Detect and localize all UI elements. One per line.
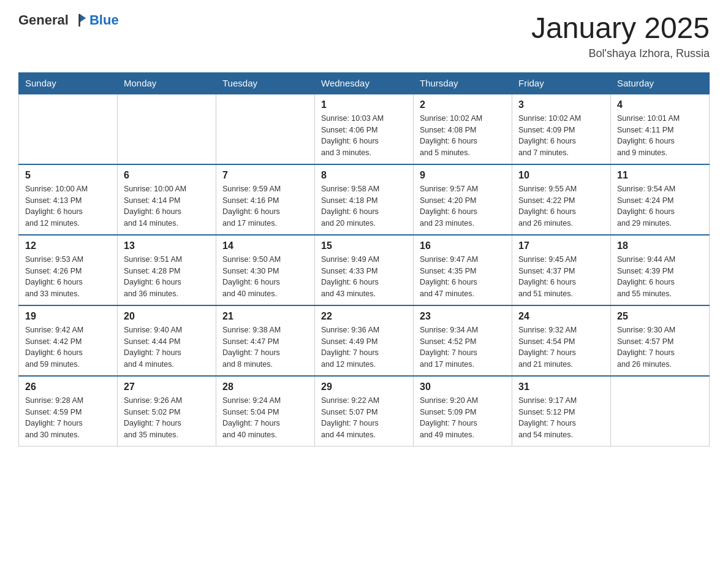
column-header-saturday: Saturday [611, 72, 710, 94]
logo-flag-icon [72, 13, 87, 28]
day-number: 4 [617, 99, 703, 110]
day-number: 12 [25, 240, 111, 251]
day-number: 27 [124, 381, 210, 393]
calendar-cell: 5Sunrise: 10:00 AM Sunset: 4:13 PM Dayli… [19, 164, 118, 235]
calendar-cell: 18Sunrise: 9:44 AM Sunset: 4:39 PM Dayli… [611, 235, 710, 305]
day-number: 14 [222, 240, 308, 251]
column-header-friday: Friday [512, 72, 611, 94]
day-info: Sunrise: 10:02 AM Sunset: 4:08 PM Daylig… [420, 113, 506, 159]
column-header-monday: Monday [118, 72, 216, 94]
calendar-cell: 10Sunrise: 9:55 AM Sunset: 4:22 PM Dayli… [512, 164, 611, 235]
day-number: 2 [420, 99, 506, 110]
day-number: 8 [321, 170, 407, 181]
day-number: 29 [321, 381, 407, 393]
day-info: Sunrise: 9:59 AM Sunset: 4:16 PM Dayligh… [222, 183, 308, 229]
calendar-cell: 26Sunrise: 9:28 AM Sunset: 4:59 PM Dayli… [19, 376, 118, 446]
day-info: Sunrise: 10:03 AM Sunset: 4:06 PM Daylig… [321, 113, 407, 159]
day-info: Sunrise: 9:51 AM Sunset: 4:28 PM Dayligh… [124, 254, 210, 300]
day-info: Sunrise: 10:02 AM Sunset: 4:09 PM Daylig… [518, 113, 604, 159]
day-info: Sunrise: 9:49 AM Sunset: 4:33 PM Dayligh… [321, 254, 407, 300]
calendar-cell: 25Sunrise: 9:30 AM Sunset: 4:57 PM Dayli… [611, 305, 710, 376]
day-number: 28 [222, 381, 308, 393]
calendar-cell: 16Sunrise: 9:47 AM Sunset: 4:35 PM Dayli… [414, 235, 512, 305]
calendar-cell: 13Sunrise: 9:51 AM Sunset: 4:28 PM Dayli… [118, 235, 216, 305]
day-number: 24 [518, 311, 604, 322]
location: Bol'shaya Izhora, Russia [531, 47, 710, 60]
column-header-sunday: Sunday [19, 72, 118, 94]
calendar-cell: 28Sunrise: 9:24 AM Sunset: 5:04 PM Dayli… [216, 376, 315, 446]
day-number: 18 [617, 240, 703, 251]
day-number: 17 [518, 240, 604, 251]
day-info: Sunrise: 9:50 AM Sunset: 4:30 PM Dayligh… [222, 254, 308, 300]
calendar-cell: 4Sunrise: 10:01 AM Sunset: 4:11 PM Dayli… [611, 94, 710, 164]
day-number: 1 [321, 99, 407, 110]
day-number: 6 [124, 170, 210, 181]
day-info: Sunrise: 9:32 AM Sunset: 4:54 PM Dayligh… [518, 324, 604, 370]
day-number: 25 [617, 311, 703, 322]
calendar-cell: 8Sunrise: 9:58 AM Sunset: 4:18 PM Daylig… [315, 164, 414, 235]
calendar-cell: 23Sunrise: 9:34 AM Sunset: 4:52 PM Dayli… [414, 305, 512, 376]
day-number: 7 [222, 170, 308, 181]
day-info: Sunrise: 9:30 AM Sunset: 4:57 PM Dayligh… [617, 324, 703, 370]
calendar-week-row: 5Sunrise: 10:00 AM Sunset: 4:13 PM Dayli… [19, 164, 710, 235]
calendar-cell [118, 94, 216, 164]
day-info: Sunrise: 9:28 AM Sunset: 4:59 PM Dayligh… [25, 395, 111, 441]
day-info: Sunrise: 10:01 AM Sunset: 4:11 PM Daylig… [617, 113, 703, 159]
day-info: Sunrise: 9:26 AM Sunset: 5:02 PM Dayligh… [124, 395, 210, 441]
calendar-cell: 11Sunrise: 9:54 AM Sunset: 4:24 PM Dayli… [611, 164, 710, 235]
calendar-cell: 15Sunrise: 9:49 AM Sunset: 4:33 PM Dayli… [315, 235, 414, 305]
calendar-cell: 2Sunrise: 10:02 AM Sunset: 4:08 PM Dayli… [414, 94, 512, 164]
day-info: Sunrise: 9:24 AM Sunset: 5:04 PM Dayligh… [222, 395, 308, 441]
day-info: Sunrise: 9:20 AM Sunset: 5:09 PM Dayligh… [420, 395, 506, 441]
day-number: 10 [518, 170, 604, 181]
calendar-cell: 24Sunrise: 9:32 AM Sunset: 4:54 PM Dayli… [512, 305, 611, 376]
calendar-cell [611, 376, 710, 446]
calendar-cell: 6Sunrise: 10:00 AM Sunset: 4:14 PM Dayli… [118, 164, 216, 235]
day-number: 13 [124, 240, 210, 251]
day-number: 31 [518, 381, 604, 393]
calendar-cell: 1Sunrise: 10:03 AM Sunset: 4:06 PM Dayli… [315, 94, 414, 164]
calendar-cell: 31Sunrise: 9:17 AM Sunset: 5:12 PM Dayli… [512, 376, 611, 446]
calendar-cell: 22Sunrise: 9:36 AM Sunset: 4:49 PM Dayli… [315, 305, 414, 376]
day-number: 16 [420, 240, 506, 251]
day-number: 22 [321, 311, 407, 322]
day-number: 15 [321, 240, 407, 251]
calendar-cell: 3Sunrise: 10:02 AM Sunset: 4:09 PM Dayli… [512, 94, 611, 164]
day-info: Sunrise: 10:00 AM Sunset: 4:14 PM Daylig… [124, 183, 210, 229]
day-info: Sunrise: 9:17 AM Sunset: 5:12 PM Dayligh… [518, 395, 604, 441]
day-number: 23 [420, 311, 506, 322]
day-info: Sunrise: 9:44 AM Sunset: 4:39 PM Dayligh… [617, 254, 703, 300]
day-info: Sunrise: 9:58 AM Sunset: 4:18 PM Dayligh… [321, 183, 407, 229]
calendar-cell: 19Sunrise: 9:42 AM Sunset: 4:42 PM Dayli… [19, 305, 118, 376]
calendar-cell: 14Sunrise: 9:50 AM Sunset: 4:30 PM Dayli… [216, 235, 315, 305]
calendar-cell [216, 94, 315, 164]
calendar-cell: 30Sunrise: 9:20 AM Sunset: 5:09 PM Dayli… [414, 376, 512, 446]
day-info: Sunrise: 9:57 AM Sunset: 4:20 PM Dayligh… [420, 183, 506, 229]
logo-blue: Blue [89, 12, 119, 28]
calendar-header-row: SundayMondayTuesdayWednesdayThursdayFrid… [19, 72, 710, 94]
day-info: Sunrise: 10:00 AM Sunset: 4:13 PM Daylig… [25, 183, 111, 229]
svg-marker-0 [80, 14, 86, 23]
day-number: 19 [25, 311, 111, 322]
day-info: Sunrise: 9:55 AM Sunset: 4:22 PM Dayligh… [518, 183, 604, 229]
day-number: 30 [420, 381, 506, 393]
page-header: General Blue January 2025 Bol'shaya Izho… [18, 12, 710, 60]
calendar-table: SundayMondayTuesdayWednesdayThursdayFrid… [18, 72, 710, 446]
day-info: Sunrise: 9:54 AM Sunset: 4:24 PM Dayligh… [617, 183, 703, 229]
column-header-wednesday: Wednesday [315, 72, 414, 94]
day-number: 21 [222, 311, 308, 322]
calendar-cell [19, 94, 118, 164]
day-info: Sunrise: 9:38 AM Sunset: 4:47 PM Dayligh… [222, 324, 308, 370]
calendar-cell: 9Sunrise: 9:57 AM Sunset: 4:20 PM Daylig… [414, 164, 512, 235]
day-info: Sunrise: 9:45 AM Sunset: 4:37 PM Dayligh… [518, 254, 604, 300]
calendar-week-row: 12Sunrise: 9:53 AM Sunset: 4:26 PM Dayli… [19, 235, 710, 305]
day-number: 9 [420, 170, 506, 181]
title-block: January 2025 Bol'shaya Izhora, Russia [531, 12, 710, 60]
day-number: 3 [518, 99, 604, 110]
column-header-tuesday: Tuesday [216, 72, 315, 94]
day-info: Sunrise: 9:40 AM Sunset: 4:44 PM Dayligh… [124, 324, 210, 370]
day-info: Sunrise: 9:53 AM Sunset: 4:26 PM Dayligh… [25, 254, 111, 300]
calendar-cell: 20Sunrise: 9:40 AM Sunset: 4:44 PM Dayli… [118, 305, 216, 376]
column-header-thursday: Thursday [414, 72, 512, 94]
logo-general: General [18, 12, 69, 28]
